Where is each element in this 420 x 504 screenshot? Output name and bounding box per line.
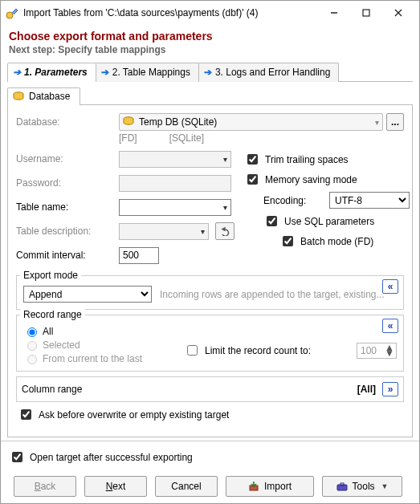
memory-saving-checkbox[interactable]: Memory saving mode <box>244 172 410 187</box>
page-heading: Choose export format and parameters <box>9 30 413 43</box>
arrow-icon: ➔ <box>204 67 212 78</box>
trim-trailing-checkbox[interactable]: Trim trailing spaces <box>244 152 410 167</box>
chevron-down-icon: ▾ <box>223 155 227 164</box>
table-name-label: Table name: <box>16 201 112 213</box>
close-button[interactable] <box>382 2 414 24</box>
table-desc-label: Table description: <box>16 226 112 237</box>
subtab-row: Database <box>7 87 413 105</box>
chevron-down-icon: ▾ <box>375 118 379 127</box>
commit-interval-label: Commit interval: <box>16 250 112 261</box>
row-database: Database: Temp DB (SQLite) ▾ ... <box>16 113 404 131</box>
arrow-icon: ➔ <box>101 67 109 78</box>
export-mode-collapse-button[interactable]: « <box>382 279 398 294</box>
limit-record-count-label: Limit the record count to: <box>205 345 311 356</box>
chevron-down-icon: ▾ <box>201 227 205 236</box>
spin-down-icon: ▼ <box>385 351 394 356</box>
database-icon <box>13 91 24 101</box>
back-button[interactable]: Back <box>14 476 76 497</box>
svg-rect-2 <box>363 10 369 16</box>
use-sql-params-checkbox[interactable]: Use SQL parameters <box>263 213 410 229</box>
column-range-title: Column range <box>22 384 82 395</box>
next-button[interactable]: Next <box>84 476 147 497</box>
wizard-tabs: ➔ 1. Parameters ➔ 2. Table Mappings ➔ 3.… <box>7 62 413 82</box>
memory-saving-label: Memory saving mode <box>265 174 357 185</box>
open-target-after-checkbox[interactable]: Open target after successful exporting <box>9 449 411 465</box>
username-input[interactable]: ▾ <box>119 151 231 168</box>
chevrons-left-icon: « <box>388 281 393 292</box>
dialog-window: Import Tables from 'C:\data sources\paym… <box>0 0 420 504</box>
app-icon <box>6 6 18 19</box>
export-mode-hint: Incoming rows are appended to the target… <box>160 289 385 300</box>
database-combo[interactable]: Temp DB (SQLite) ▾ <box>119 113 383 131</box>
separator <box>1 441 419 441</box>
import-button[interactable]: Import <box>226 476 314 497</box>
password-input[interactable] <box>119 175 231 192</box>
database-value: Temp DB (SQLite) <box>139 116 370 128</box>
use-sql-params-label: Use SQL parameters <box>284 216 374 227</box>
subtab-label: Database <box>29 91 70 102</box>
record-range-all-radio[interactable]: All <box>23 325 168 337</box>
tools-button[interactable]: Tools ▼ <box>322 476 402 497</box>
record-range-group: Record range « All Selected <box>16 315 404 372</box>
subtab-database[interactable]: Database <box>7 87 80 105</box>
tab-label: 1. Parameters <box>24 67 88 78</box>
content-area: Choose export format and parameters Next… <box>1 25 419 503</box>
database-icon <box>123 116 134 128</box>
hint-sqlite: [SQLite] <box>169 132 204 144</box>
tab-parameters[interactable]: ➔ 1. Parameters <box>7 63 96 82</box>
hint-fd: [FD] <box>119 132 137 144</box>
table-desc-combo[interactable]: ▾ <box>119 223 209 240</box>
table-name-combo[interactable]: ▾ <box>119 199 231 216</box>
toolbox-icon <box>336 482 348 491</box>
password-label: Password: <box>16 177 112 189</box>
window-title: Import Tables from 'C:\data sources\paym… <box>23 7 318 18</box>
page-subheading: Next step: Specify table mappings <box>9 44 413 55</box>
encoding-label: Encoding: <box>263 195 323 206</box>
svg-point-0 <box>6 12 13 18</box>
commit-interval-input[interactable] <box>119 247 159 264</box>
column-range-group: Column range [All] » <box>16 376 404 402</box>
undo-icon <box>220 226 230 236</box>
column-range-expand-button[interactable]: » <box>382 382 398 396</box>
database-label: Database: <box>16 116 112 128</box>
record-range-title: Record range <box>20 309 85 320</box>
database-hints: [FD] [SQLite] <box>119 132 404 144</box>
chevrons-right-icon: » <box>388 384 393 395</box>
limit-record-count-checkbox[interactable]: Limit the record count to: <box>184 343 311 358</box>
export-mode-select[interactable]: Append <box>23 286 152 303</box>
titlebar: Import Tables from 'C:\data sources\paym… <box>1 1 419 25</box>
chevron-down-icon: ▼ <box>381 482 389 490</box>
username-label: Username: <box>16 153 112 165</box>
tab-logs-errors[interactable]: ➔ 3. Logs and Error Handling <box>198 63 339 82</box>
form-area: Database: Temp DB (SQLite) ▾ ... [FD] [S… <box>7 105 413 437</box>
tab-label: 2. Table Mappings <box>112 67 190 78</box>
arrow-icon: ➔ <box>13 67 21 78</box>
maximize-button[interactable] <box>350 2 382 24</box>
limit-record-count-input[interactable]: 100 ▲▼ <box>357 343 397 359</box>
chevrons-left-icon: « <box>388 320 393 331</box>
button-bar: Back Next Cancel Import Tools ▼ <box>7 469 413 503</box>
record-range-selected-radio[interactable]: Selected <box>23 339 168 351</box>
export-mode-title: Export mode <box>20 270 81 281</box>
column-range-value: [All] <box>357 384 376 395</box>
chevron-down-icon: ▾ <box>223 203 227 212</box>
cancel-button[interactable]: Cancel <box>155 476 218 497</box>
batch-mode-checkbox[interactable]: Batch mode (FD) <box>279 234 410 249</box>
ask-before-overwrite-label: Ask before overwrite or empty existing t… <box>39 409 229 421</box>
database-browse-button[interactable]: ... <box>386 113 404 131</box>
open-target-after-label: Open target after successful exporting <box>30 452 193 463</box>
trim-trailing-label: Trim trailing spaces <box>265 154 349 165</box>
table-desc-revert-button[interactable] <box>215 222 234 240</box>
batch-mode-label: Batch mode (FD) <box>300 236 373 247</box>
minimize-button[interactable] <box>318 2 350 24</box>
import-icon <box>248 482 259 491</box>
export-mode-group: Export mode « Append Incoming rows are a… <box>16 275 404 310</box>
record-range-collapse-button[interactable]: « <box>382 319 398 333</box>
encoding-select[interactable]: UTF-8 <box>329 192 410 209</box>
record-range-from-current-radio[interactable]: From current to the last <box>23 352 168 364</box>
tab-label: 3. Logs and Error Handling <box>215 67 330 78</box>
tab-table-mappings[interactable]: ➔ 2. Table Mappings <box>96 63 199 82</box>
ask-before-overwrite-checkbox[interactable]: Ask before overwrite or empty existing t… <box>18 407 402 422</box>
